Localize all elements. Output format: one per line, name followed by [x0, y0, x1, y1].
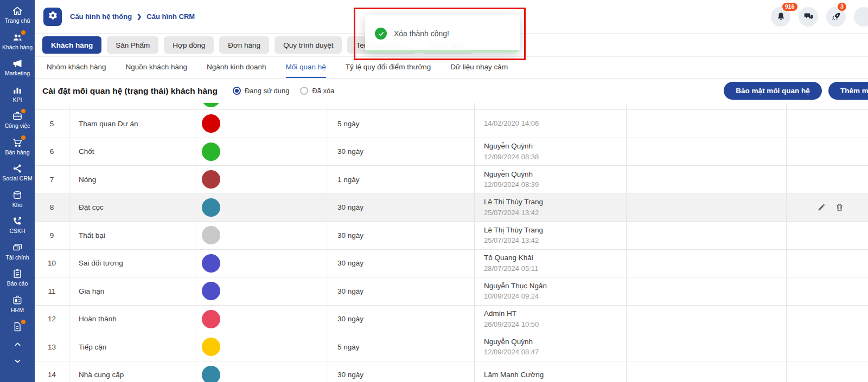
cell-stt: 6: [35, 138, 69, 166]
radio-label: Đang sử dụng: [245, 87, 289, 95]
relationship-name: Tiếp cận: [79, 343, 106, 351]
duration-value: 30 ngày: [337, 259, 363, 267]
status-color-circle: [202, 170, 220, 189]
table-row[interactable]: 14Nhà cung cấp30 ngàyLâm Mạnh Cường: [35, 361, 868, 382]
table-row[interactable]: 6Chốt30 ngàyNguyễn Quỳnh12/09/2024 08:38: [35, 138, 868, 166]
sidebar-item-phone[interactable]: CSKH: [0, 216, 35, 235]
radio-circle-icon: [300, 87, 308, 95]
notification-badge: 3: [838, 3, 846, 11]
row-number: 7: [50, 176, 54, 184]
cell-duration: 30 ngày: [328, 194, 475, 222]
chevron-up-icon[interactable]: [13, 340, 22, 349]
sidebar-item-users[interactable]: Khách hàng: [0, 32, 35, 51]
sidebar-item-report[interactable]: Báo cáo: [0, 268, 35, 287]
cell-actions: [787, 277, 868, 305]
subtab-1[interactable]: Nguồn khách hàng: [126, 57, 187, 78]
subtab-0[interactable]: Nhóm khách hàng: [47, 57, 106, 78]
tab-4[interactable]: Quy trình duyệt: [275, 36, 342, 54]
cell-color: [195, 194, 328, 222]
chat-icon-button[interactable]: [799, 7, 818, 27]
person-name: Lê Thị Thùy Trang: [484, 226, 543, 235]
person-name: Admin HT: [484, 309, 516, 318]
notification-dot: [21, 320, 25, 324]
notification-badge: 916: [782, 3, 797, 11]
sidebar-item-megaphone[interactable]: Marketing: [0, 58, 35, 77]
sidebar-item-label: Khách hàng: [2, 44, 33, 51]
badge-icon: [12, 295, 23, 306]
tab-2[interactable]: Hợp đồng: [164, 36, 214, 54]
table-row[interactable]: 11Gia hạn30 ngàyNguyễn Thục Ngân10/09/20…: [35, 277, 868, 306]
cell-stt: 13: [35, 333, 69, 361]
cell-stt: 5: [35, 110, 69, 138]
subtab-2[interactable]: Ngành kinh doanh: [207, 57, 266, 78]
table-row[interactable]: 7Nóng1 ngàyNguyễn Quỳnh12/09/2024 08:39: [35, 166, 868, 194]
table-row[interactable]: 5Tham quan Dự án5 ngày14/02/2020 14:06: [35, 110, 868, 138]
table-row[interactable]: 13Tiếp cận5 ngàyNguyễn Quỳnh12/09/2024 0…: [35, 333, 868, 361]
security-button[interactable]: Bảo mật mối quan hệ: [724, 82, 822, 100]
sidebar-item-label: Bán hàng: [5, 150, 30, 156]
duration-value: 5 ngày: [337, 120, 360, 128]
section-header: Cài đặt mối quan hệ (trạng thái) khách h…: [35, 79, 868, 103]
main-content: Cấu hình hệ thống ❯ Cấu hình CRM 9163 Kh…: [35, 0, 868, 382]
cell-empty: [627, 110, 787, 138]
cell-stt: 9: [35, 222, 69, 249]
megaphone-icon: [12, 58, 23, 69]
sidebar-item-file[interactable]: [0, 321, 35, 332]
table-row[interactable]: 8Đặt cọc30 ngàyLê Thị Thùy Trang25/07/20…: [35, 194, 868, 222]
cell-updated-by: Admin HT26/09/2024 10:50: [475, 306, 627, 333]
table-row[interactable]: 12Hoàn thành30 ngàyAdmin HT26/09/2024 10…: [35, 306, 868, 334]
cell-empty: [627, 138, 787, 166]
status-color-circle: [202, 366, 220, 382]
overflow-icon-button[interactable]: [854, 7, 868, 27]
sidebar-item-label: HRM: [11, 307, 24, 314]
relationship-name: Chốt: [79, 147, 94, 156]
cell-name: Tiếp cận: [69, 333, 195, 361]
cell-actions: [787, 138, 868, 166]
radio-0[interactable]: Đang sử dụng: [233, 87, 289, 95]
subtab-3[interactable]: Mối quan hệ: [286, 57, 326, 78]
sidebar-item-label: CSKH: [9, 228, 25, 235]
sidebar-item-home[interactable]: Trang chủ: [0, 5, 35, 24]
subtab-5[interactable]: Dữ liệu nhạy cảm: [450, 57, 508, 78]
cell-duration: 30 ngày: [328, 138, 475, 166]
radio-1[interactable]: Đã xóa: [300, 87, 334, 95]
bell-icon-button[interactable]: 916: [771, 7, 790, 27]
sidebar-item-briefcase[interactable]: Công việc: [0, 111, 35, 130]
sidebar-item-wallet[interactable]: Tài chính: [0, 242, 35, 261]
table-row[interactable]: 10Sai đối tương30 ngàyTô Quang Khải28/07…: [35, 250, 868, 278]
person-name: Lê Thị Thùy Trang: [484, 198, 543, 206]
row-number: 5: [50, 120, 54, 128]
updated-date: 10/09/2024 09:24: [484, 292, 539, 301]
tab-1[interactable]: Sản Phẩm: [107, 36, 158, 54]
table-row-partial: [35, 103, 868, 110]
row-number: 8: [50, 203, 54, 211]
subtab-bar: Nhóm khách hàngNguồn khách hàngNgành kin…: [35, 57, 868, 79]
edit-icon[interactable]: [817, 203, 826, 212]
delete-icon[interactable]: [835, 203, 844, 212]
table-row[interactable]: 9Thất bại30 ngàyLê Thị Thùy Trang25/07/2…: [35, 222, 868, 250]
status-radio-group: Đang sử dụngĐã xóa: [233, 87, 335, 95]
chevron-down-icon[interactable]: [13, 357, 22, 366]
tab-0[interactable]: Khách hàng: [42, 36, 101, 54]
cell-stt: 11: [35, 277, 69, 305]
cell-color: [195, 166, 328, 193]
status-color-circle: [202, 254, 220, 273]
subtab-4[interactable]: Tỷ lệ quy đổi điểm thưởng: [346, 57, 431, 78]
add-new-button[interactable]: Thêm mới: [828, 82, 868, 100]
cell-updated-by: Nguyễn Quỳnh12/09/2024 08:47: [475, 333, 627, 361]
settings-gear-button[interactable]: [43, 8, 62, 26]
rocket-icon-button[interactable]: 3: [826, 7, 846, 27]
sidebar-item-chart[interactable]: KPI: [0, 85, 35, 103]
sidebar-item-share[interactable]: Social CRM: [0, 163, 35, 182]
sidebar-item-label: KPI: [13, 97, 22, 103]
breadcrumb-crm-config[interactable]: Cấu hình CRM: [146, 12, 195, 21]
sidebar-item-archive[interactable]: Kho: [0, 190, 35, 209]
cell-name: Thất bại: [69, 222, 195, 249]
cell-updated-by: Nguyễn Thục Ngân10/09/2024 09:24: [475, 277, 627, 305]
sidebar-item-badge[interactable]: HRM: [0, 295, 35, 314]
rocket-icon: [831, 11, 841, 22]
breadcrumb-system-config[interactable]: Cấu hình hệ thống: [70, 12, 132, 21]
tab-3[interactable]: Đơn hàng: [219, 36, 269, 54]
sidebar-item-cart[interactable]: Bán hàng: [0, 137, 35, 156]
cell-duration: 5 ngày: [328, 333, 475, 361]
